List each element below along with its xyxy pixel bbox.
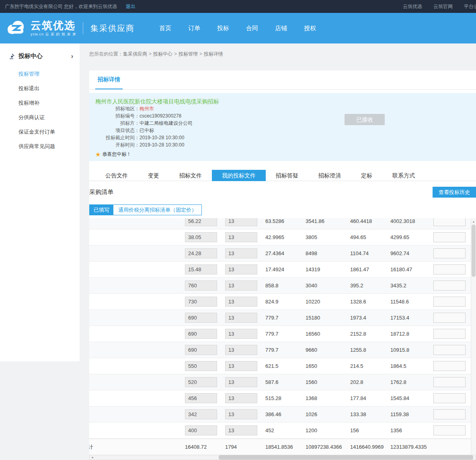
- amount-cell: 8498: [306, 250, 350, 256]
- nav-item-授权[interactable]: 授权: [298, 21, 322, 35]
- nav-item-合同[interactable]: 合同: [240, 21, 264, 35]
- tax-rate-input[interactable]: [225, 264, 257, 274]
- field-value: 已中标: [140, 127, 154, 134]
- sidebar-menu: 投标管理投标退出投标增补分供商认证保证金支付订单供应商常见问题: [0, 68, 80, 153]
- tab-联系方式[interactable]: 联系方式: [382, 170, 425, 181]
- tab-bid-detail[interactable]: 招标详情: [95, 70, 123, 89]
- remark-input[interactable]: [433, 409, 466, 419]
- tab-定标[interactable]: 定标: [351, 170, 382, 181]
- brand-logo[interactable]: 云筑优选 yzw.cn 云 采 的 筑 未 来: [4, 19, 76, 38]
- topbar-link[interactable]: 云筑优选: [403, 4, 422, 9]
- remark-input[interactable]: [433, 313, 466, 323]
- nav-item-店铺[interactable]: 店铺: [269, 21, 293, 35]
- sidebar-item-投标增补[interactable]: 投标增补: [0, 97, 80, 109]
- unit-price-input[interactable]: [185, 425, 217, 435]
- chevron-right-icon[interactable]: ›: [71, 53, 73, 60]
- remark-input[interactable]: [433, 345, 466, 355]
- nav-item-首页[interactable]: 首页: [154, 21, 177, 35]
- unit-price-input[interactable]: [185, 409, 217, 419]
- tax-amount-cell: 156: [350, 427, 390, 433]
- sidebar-item-投标退出[interactable]: 投标退出: [0, 83, 80, 95]
- remark-input[interactable]: [433, 329, 466, 339]
- project-field-row: 开标时间：2019-10-28 10:30:00: [95, 141, 476, 149]
- vertical-scrollbar[interactable]: ▲: [471, 219, 476, 455]
- tab-招标澄清[interactable]: 招标澄清: [308, 170, 351, 181]
- tab-我的投标文件[interactable]: 我的投标文件: [212, 170, 266, 181]
- remark-input[interactable]: [433, 248, 466, 258]
- tax-amount-cell: 1861.47: [350, 266, 390, 272]
- unit-price-input[interactable]: [185, 345, 217, 355]
- footer-tax-rate: 1794: [225, 444, 265, 450]
- remark-input[interactable]: [433, 281, 466, 291]
- unit-price-input[interactable]: [185, 264, 217, 274]
- view-bid-history-button[interactable]: 查看投标历史: [433, 187, 476, 198]
- field-label: 项目状态：: [95, 127, 140, 134]
- field-label: 开标时间：: [95, 141, 140, 149]
- received-button[interactable]: 已接收: [345, 114, 385, 125]
- tax-rate-input[interactable]: [225, 232, 257, 242]
- tax-rate-input[interactable]: [225, 361, 257, 371]
- sidebar-item-保证金支付订单[interactable]: 保证金支付订单: [0, 126, 80, 138]
- total-with-tax-cell: 17153.4: [390, 315, 433, 321]
- breadcrumb-item[interactable]: 投标详情: [204, 51, 223, 57]
- remark-input[interactable]: [433, 393, 466, 403]
- unit-price-input[interactable]: [185, 393, 217, 403]
- tax-rate-input[interactable]: [225, 218, 257, 226]
- tax-rate-input[interactable]: [225, 393, 257, 403]
- remark-input[interactable]: [433, 425, 466, 435]
- unit-price-input[interactable]: [185, 313, 217, 323]
- scroll-left-icon[interactable]: ◄: [90, 455, 95, 460]
- tax-rate-input[interactable]: [225, 329, 257, 339]
- tax-rate-input[interactable]: [225, 377, 257, 387]
- nav-item-订单[interactable]: 订单: [183, 21, 206, 35]
- remark-input[interactable]: [433, 377, 466, 387]
- amount-cell: 1026: [306, 411, 350, 417]
- sidebar-header[interactable]: 投标中心 ›: [0, 52, 80, 66]
- tax-rate-input[interactable]: [225, 345, 257, 355]
- welcome-text: 广东胜宇电缆实业有限公司 您好，欢迎来到云筑优选: [5, 4, 117, 9]
- tax-rate-input[interactable]: [225, 248, 257, 258]
- nav-item-投标[interactable]: 投标: [211, 21, 235, 35]
- remark-input[interactable]: [433, 264, 466, 274]
- field-label: 投标截止时间：: [95, 134, 140, 141]
- remark-input[interactable]: [433, 232, 466, 242]
- unit-price-input[interactable]: [185, 248, 217, 258]
- unit-price-input[interactable]: [185, 329, 217, 339]
- tab-招标答疑[interactable]: 招标答疑: [266, 170, 308, 181]
- tax-rate-input[interactable]: [225, 409, 257, 419]
- vertical-scroll-thumb[interactable]: [472, 225, 476, 277]
- field-value: 中建二局核电建设分公司: [140, 120, 193, 127]
- horizontal-scroll-thumb[interactable]: [219, 455, 473, 460]
- breadcrumb-item[interactable]: 投标中心: [153, 51, 172, 57]
- scroll-up-icon[interactable]: ▲: [471, 219, 476, 224]
- tax-rate-input[interactable]: [225, 425, 257, 435]
- bid-list-tag[interactable]: 已填写 通用价税分离招标清单（固定价）: [89, 204, 202, 215]
- amount-cell: 1200: [306, 427, 350, 433]
- logout-link[interactable]: 退出: [126, 4, 135, 9]
- unit-price-input[interactable]: [185, 361, 217, 371]
- tax-rate-input[interactable]: [225, 313, 257, 323]
- unit-price-input[interactable]: [185, 377, 217, 387]
- unit-price-input[interactable]: [185, 218, 217, 226]
- unit-price-input[interactable]: [185, 232, 217, 242]
- breadcrumb-item[interactable]: 投标管理: [178, 51, 198, 57]
- sidebar-item-供应商常见问题[interactable]: 供应商常见问题: [0, 140, 80, 153]
- tab-公告文件[interactable]: 公告文件: [95, 170, 138, 181]
- tab-变更[interactable]: 变更: [138, 170, 169, 181]
- sidebar-item-投标管理[interactable]: 投标管理: [0, 68, 80, 80]
- header-nav: 首页订单投标合同店铺授权: [151, 21, 324, 35]
- sidebar-item-分供商认证[interactable]: 分供商认证: [0, 111, 80, 124]
- horizontal-scrollbar[interactable]: ◄: [89, 455, 476, 460]
- unit-price-input[interactable]: [185, 281, 217, 291]
- remark-input[interactable]: [433, 361, 466, 371]
- unit-price-input[interactable]: [185, 297, 217, 307]
- table-row: 27.436484981104.749602.74: [89, 245, 476, 262]
- topbar-link[interactable]: 云筑官网: [433, 4, 453, 9]
- breadcrumb-item[interactable]: 集采供应商: [123, 51, 147, 57]
- tab-招标文件[interactable]: 招标文件: [169, 170, 212, 181]
- topbar-link[interactable]: 平台公告: [464, 4, 476, 9]
- tax-rate-input[interactable]: [225, 281, 257, 291]
- tax-rate-input[interactable]: [225, 297, 257, 307]
- remark-input[interactable]: [433, 218, 466, 226]
- remark-input[interactable]: [433, 297, 466, 307]
